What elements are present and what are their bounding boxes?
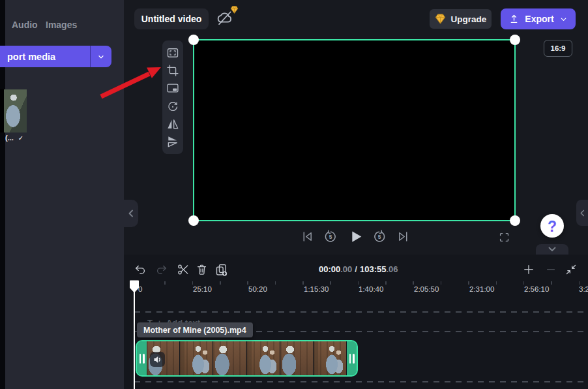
track-dropzone-divider [134, 381, 587, 382]
clipchamp-editor: Audio Images port media (... ✓ Untitled … [0, 0, 588, 389]
project-title-field[interactable]: Untitled video [134, 8, 209, 29]
import-media-button[interactable]: port media [0, 46, 91, 67]
rotate-button[interactable] [164, 99, 181, 114]
svg-text:5: 5 [329, 234, 332, 240]
forward-5-button[interactable]: 5 [372, 230, 387, 244]
annotation-arrow-icon [95, 62, 166, 102]
playhead-line[interactable] [134, 281, 135, 389]
play-button[interactable] [347, 228, 364, 245]
ruler-tick-label: 2:31:00 [469, 285, 494, 293]
forward-5-icon: 5 [372, 230, 387, 244]
redo-button[interactable] [155, 263, 168, 276]
cloud-backup-status[interactable] [216, 9, 238, 30]
time-display: 00:00.00/103:55.06 [319, 264, 398, 274]
split-scissors-icon [177, 263, 190, 276]
upgrade-button[interactable]: Upgrade [430, 9, 492, 29]
clip-trim-handle-right[interactable] [347, 341, 357, 375]
checkmark-icon: ✓ [18, 134, 23, 142]
total-time-frames: .06 [386, 264, 398, 274]
clip-filmstrip [147, 341, 347, 375]
zoom-out-button[interactable] [544, 263, 557, 276]
clip-frame-thumbnail [180, 341, 213, 375]
selection-handle-top-left[interactable] [188, 35, 199, 45]
ruler-tick-label: 3:2 [579, 285, 588, 293]
rewind-5-button[interactable]: 5 [323, 230, 338, 244]
export-label: Export [525, 14, 553, 24]
picture-in-picture-button[interactable] [164, 80, 181, 96]
import-dropdown-chevron-icon [97, 53, 105, 61]
flip-horizontal-button[interactable] [164, 116, 181, 132]
undo-button[interactable] [134, 263, 147, 276]
picture-in-picture-icon [166, 82, 179, 95]
preview-canvas[interactable] [193, 39, 516, 221]
clip-trim-handle-left[interactable] [137, 341, 147, 375]
zoom-fit-icon [565, 263, 578, 276]
upgrade-label: Upgrade [451, 14, 487, 24]
video-clip[interactable] [136, 340, 358, 377]
selection-handle-top-right[interactable] [510, 35, 520, 45]
zoom-in-icon [522, 263, 535, 276]
timeline-ruler[interactable] [137, 281, 587, 285]
zoom-out-icon [544, 263, 557, 276]
selection-handle-bottom-right[interactable] [510, 215, 520, 226]
collapse-left-icon [128, 210, 134, 217]
fullscreen-icon [498, 231, 510, 243]
skip-to-end-button[interactable] [396, 230, 410, 243]
aspect-ratio-badge[interactable]: 16:9 [544, 40, 572, 57]
clip-frame-thumbnail [213, 341, 246, 375]
media-library-item[interactable] [0, 89, 27, 132]
sidebar-tab-audio[interactable]: Audio [12, 20, 38, 30]
sidebar-tab-images[interactable]: Images [46, 20, 77, 30]
svg-text:5: 5 [378, 234, 381, 240]
clip-frame-thumbnail [314, 341, 347, 375]
collapse-down-icon [548, 247, 556, 252]
flip-vertical-button[interactable] [164, 134, 181, 149]
media-item-caption: (... ✓ [5, 134, 23, 142]
clip-frame-thumbnail [247, 341, 280, 375]
export-chevron-down-icon [559, 15, 568, 23]
skip-start-icon [301, 230, 314, 243]
export-button[interactable]: Export [501, 8, 576, 29]
play-icon [347, 228, 364, 245]
split-button[interactable] [177, 263, 190, 276]
media-item-filename: (... [5, 134, 14, 142]
crop-button[interactable] [164, 63, 181, 78]
duplicate-icon [214, 263, 228, 277]
clip-frame-thumbnail [280, 341, 314, 375]
clip-audio-indicator[interactable] [150, 352, 165, 367]
help-button[interactable]: ? [540, 214, 564, 238]
delete-button[interactable] [196, 263, 208, 276]
zoom-fit-button[interactable] [565, 263, 578, 276]
premium-gem-icon [230, 6, 239, 14]
sidebar-collapse-tab[interactable] [119, 200, 138, 227]
rotate-icon [166, 100, 179, 113]
current-time: 00:00 [319, 264, 340, 274]
timeline-collapse-tab[interactable] [536, 244, 568, 255]
track-dropzone-divider [134, 311, 587, 313]
svg-text:?: ? [548, 218, 557, 235]
fit-frame-button[interactable] [164, 45, 181, 61]
current-time-frames: .00 [340, 264, 352, 274]
duplicate-button[interactable] [214, 263, 228, 277]
ruler-tick-label: 1:15:30 [304, 285, 329, 293]
undo-icon [134, 263, 147, 276]
playhead-icon[interactable] [129, 280, 140, 293]
media-thumbnail-image [4, 89, 27, 132]
redo-icon [155, 263, 168, 276]
zoom-in-button[interactable] [522, 263, 535, 276]
total-time: 103:55 [360, 264, 386, 274]
selection-handle-bottom-left[interactable] [188, 215, 199, 226]
collapse-right-icon [580, 210, 585, 217]
rewind-5-icon: 5 [323, 230, 338, 244]
skip-end-icon [396, 230, 410, 243]
fit-frame-icon [166, 46, 179, 59]
time-divider: / [352, 264, 360, 274]
speaker-icon [153, 355, 162, 364]
help-icon: ? [540, 214, 564, 238]
fullscreen-button[interactable] [498, 231, 510, 243]
skip-to-start-button[interactable] [301, 230, 314, 243]
clip-filename-tooltip: Mother of Mine (2005).mp4 [137, 322, 253, 337]
right-panel-collapse-tab[interactable] [576, 200, 588, 226]
export-up-arrow-icon [508, 13, 520, 25]
ruler-tick-label: 1:40:40 [359, 285, 383, 293]
